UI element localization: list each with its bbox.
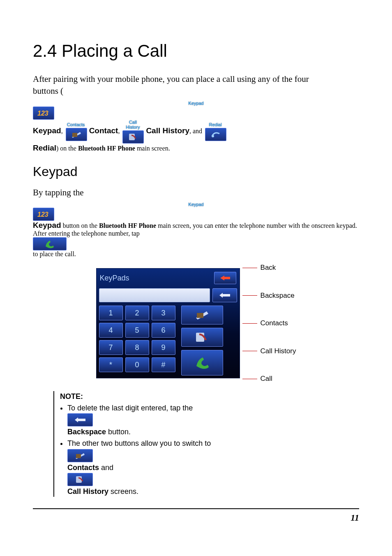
note2d: Call History [67,487,108,496]
key-6[interactable]: 6 [152,323,175,338]
key-7[interactable]: 7 [99,340,123,355]
note2e: screens. [108,487,138,496]
call-icon-inline [33,237,67,250]
intro-btn-redial: Redial [33,144,56,152]
contacts-icon-inline [67,449,93,462]
contacts-icon [195,310,209,320]
svg-rect-5 [197,313,203,318]
intro-sep3: , and [189,127,204,134]
svg-text:123: 123 [37,211,48,218]
callhistory-icon [195,332,209,343]
keypad-paragraph: By tapping the [33,187,359,199]
intro-sep2: , [118,127,121,134]
keypads-screenshot: KeyPads 1 2 3 4 5 6 7 [33,264,359,383]
intro-line3a: ) on the [56,145,78,152]
note1c: button. [106,428,131,436]
backspace-icon-inline [67,413,93,426]
chip-callhistory-label: Call History [122,120,143,130]
screen-title: KeyPads [100,274,129,283]
back-arrow-icon [219,275,231,281]
callout-back: Back [261,264,276,272]
contacts-button[interactable] [181,306,223,324]
call-button[interactable] [181,350,223,375]
intro-sep1: , [61,127,65,134]
subsection-heading-keypad: Keypad [33,164,359,179]
kp-p1a: By tapping the [33,188,84,197]
kp-p1f: to place the call. [33,250,76,257]
note1b: Backspace [67,428,106,436]
chip-contacts: Contacts [66,122,86,141]
callhistory-icon-inline [67,473,93,486]
note-title: NOTE: [60,391,359,402]
key-0[interactable]: 0 [125,357,149,372]
chip-callhistory: Call History [122,120,143,144]
note2a: The other two buttons allow you to switc… [67,439,211,447]
kp-p1b-btn: Keypad [33,221,61,229]
intro-btn-callhistory: Call History [146,126,189,134]
key-8[interactable]: 8 [125,340,149,355]
note-block: NOTE: To delete the last digit entered, … [53,391,359,497]
page-number: 11 [350,512,359,523]
key-hash[interactable]: # [152,357,175,372]
note-item-2: The other two buttons allow you to switc… [67,438,359,496]
key-3[interactable]: 3 [152,306,175,320]
redial-icon [205,128,226,141]
intro-buttons-open: buttons ( [33,86,63,96]
keypad-icon: 123 [33,208,54,221]
chip-redial-label: Redial [205,122,226,127]
key-2[interactable]: 2 [125,306,149,320]
phone-number-input[interactable] [99,288,210,302]
note-item-1: To delete the last digit entered, tap th… [67,403,359,437]
intro-paragraph: After pairing with your mobile phone, yo… [33,73,359,97]
kp-p1c: button on the [61,222,99,229]
note2b: Contacts [67,463,99,472]
key-star[interactable]: * [99,357,123,372]
note1a: To delete the last digit entered, tap th… [67,404,193,412]
page-footer: 11 [33,508,359,523]
backspace-arrow-icon [219,292,231,298]
callout-contacts: Contacts [261,319,288,327]
key-5[interactable]: 5 [125,323,149,338]
keypad-icon: 123 [33,107,54,120]
key-1[interactable]: 1 [99,306,123,320]
callhistory-icon [122,130,144,144]
svg-text:123: 123 [37,110,48,117]
chip-keypad-2-label: Keypad [33,202,359,207]
back-button[interactable] [214,272,236,284]
intro-line1: After pairing with your mobile phone, yo… [33,74,309,84]
call-icon [194,355,210,370]
chip-contacts-label: Contacts [66,122,86,127]
callout-backspace: Backspace [261,292,295,300]
key-4[interactable]: 4 [99,323,123,338]
svg-point-3 [212,135,214,137]
section-heading: 2.4 Placing a Call [33,41,359,61]
note2c: and [99,463,113,472]
numeric-keypad: 1 2 3 4 5 6 7 8 9 * 0 # [99,306,175,375]
intro-btn-keypad: Keypad [33,126,61,134]
backspace-button[interactable] [212,288,237,302]
callout-labels: Back Backspace Contacts Call History Cal… [242,264,296,383]
call-history-button[interactable] [181,328,223,347]
chip-redial: Redial [205,122,226,141]
key-9[interactable]: 9 [152,340,175,355]
svg-rect-7 [76,454,81,458]
chip-keypad-label: Keypad [33,101,359,106]
svg-rect-1 [72,133,77,137]
intro-btn-contact: Contact [89,126,118,134]
intro-line3b: main screen. [135,145,170,152]
intro-app-name: Bluetooth HF Phone [78,145,135,152]
contacts-icon [66,128,87,141]
callout-callhistory: Call History [261,347,296,355]
callout-call: Call [261,375,272,383]
kp-p1d-app: Bluetooth HF Phone [99,222,156,229]
